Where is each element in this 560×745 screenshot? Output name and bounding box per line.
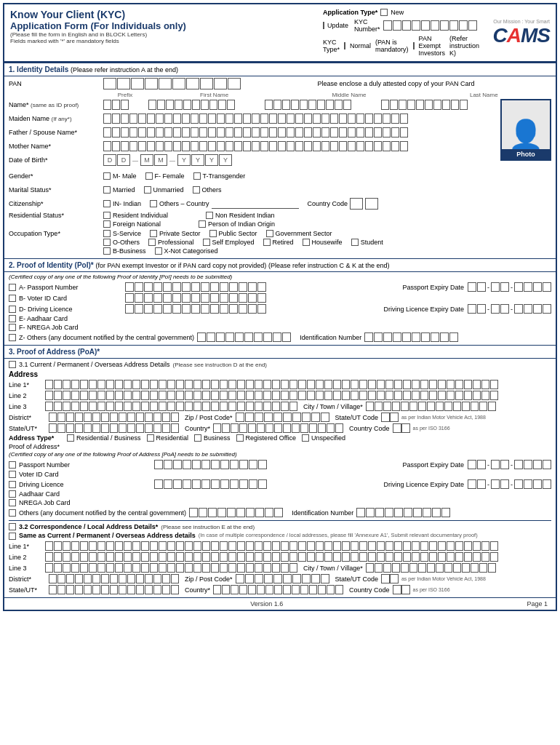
update-checkbox[interactable] (323, 22, 324, 29)
zip-label: Zip / Post Code* (185, 414, 233, 421)
business-checkbox[interactable] (194, 434, 201, 442)
self-employed-checkbox[interactable] (203, 239, 210, 246)
private-sector-checkbox[interactable] (150, 230, 157, 237)
subsection31-checkbox[interactable] (9, 361, 16, 368)
residential-checkbox[interactable] (147, 434, 154, 442)
z-others-checkbox[interactable] (9, 334, 16, 341)
poa-voter-checkbox[interactable] (9, 471, 16, 478)
foreign-national-checkbox[interactable] (103, 220, 111, 228)
corr-state-ut-code-box2[interactable] (390, 574, 399, 583)
pan-box-5[interactable] (159, 78, 172, 89)
kyc-box-6[interactable] (431, 20, 439, 31)
o-others-checkbox[interactable] (103, 239, 111, 246)
resident-individual-checkbox[interactable] (103, 212, 111, 219)
poa-passport-checkbox[interactable] (9, 461, 16, 469)
poa-driving-checkbox[interactable] (9, 481, 16, 488)
poa-others-checkbox[interactable] (9, 509, 16, 517)
b-business-checkbox[interactable] (103, 247, 111, 255)
non-resident-checkbox[interactable] (206, 212, 213, 219)
govt-sector-checkbox[interactable] (266, 230, 273, 237)
pan-box-10[interactable] (228, 78, 241, 89)
pan-box-1[interactable] (103, 78, 116, 89)
pan-box-3[interactable] (131, 78, 144, 89)
others-country-checkbox[interactable] (150, 200, 157, 207)
voter-id-checkbox[interactable] (9, 295, 16, 302)
kyc-box-3[interactable] (402, 20, 411, 31)
married-checkbox[interactable] (103, 186, 111, 194)
dob-y1[interactable]: Y (177, 154, 191, 166)
male-checkbox[interactable] (103, 172, 111, 180)
registered-office-checkbox[interactable] (236, 434, 244, 442)
subsection32-checkbox[interactable] (9, 523, 16, 530)
dob-m2[interactable]: M (154, 154, 167, 166)
others-marital-checkbox[interactable] (193, 186, 200, 194)
corr-state-ut-code-box1[interactable] (381, 574, 390, 583)
nrega-checkbox[interactable] (9, 324, 16, 331)
corr-line3-boxes (45, 563, 297, 573)
prefix-box-1[interactable] (103, 100, 111, 110)
pan-box-8[interactable] (200, 78, 213, 89)
x-not-cat-checkbox[interactable] (155, 247, 162, 255)
pan-exempt-checkbox[interactable] (413, 42, 415, 49)
in-indian-checkbox[interactable] (103, 200, 111, 207)
pan-box-9[interactable] (214, 78, 227, 89)
kyc-box-4[interactable] (412, 20, 420, 31)
prefix-box-3[interactable] (121, 100, 129, 110)
subsection31-row: 3.1 Current / Permanent / Overseas Addre… (9, 361, 551, 368)
country-code-box1[interactable] (350, 198, 363, 210)
pan-box-7[interactable] (186, 78, 199, 89)
person-indian-checkbox[interactable] (199, 220, 206, 228)
professional-checkbox[interactable] (148, 239, 156, 246)
public-sector-checkbox[interactable] (209, 230, 217, 237)
kyc-box-5[interactable] (421, 20, 430, 31)
driving-licence-checkbox[interactable] (9, 306, 16, 313)
normal-checkbox[interactable] (344, 42, 345, 49)
dob-y4[interactable]: Y (219, 154, 232, 166)
driving-expiry: Driving Licence Expiry Date - - (383, 304, 551, 314)
state-ut-code-box1[interactable] (381, 413, 390, 422)
female-checkbox[interactable] (145, 172, 153, 180)
student-checkbox[interactable] (351, 239, 359, 246)
kyc-box-8[interactable] (449, 20, 458, 31)
country-code-box2[interactable] (401, 423, 410, 433)
aadhaar-checkbox[interactable] (9, 315, 16, 322)
voter-id-label: B- Voter ID Card (19, 295, 67, 302)
pan-box-6[interactable] (172, 78, 185, 89)
state-ut-code-box2[interactable] (390, 413, 399, 422)
tagline: Our Mission : Your Smart (493, 19, 550, 24)
country-code-box1[interactable] (393, 423, 401, 433)
dob-y3[interactable]: Y (205, 154, 218, 166)
dob-m1[interactable]: M (140, 154, 153, 166)
poa-nrega-checkbox[interactable] (9, 499, 16, 506)
unspecified-checkbox[interactable] (302, 434, 309, 442)
passport-checkbox[interactable] (9, 284, 16, 291)
transgender-checkbox[interactable] (193, 172, 201, 180)
dob-d1[interactable]: D (103, 154, 116, 166)
footer-page: Page 1 (527, 600, 548, 607)
country-code-box2[interactable] (365, 198, 378, 210)
maiden-name-note: (If any*) (52, 116, 72, 122)
corr-zip-label: Zip / Post Code* (185, 575, 233, 583)
retired-checkbox[interactable] (263, 239, 271, 246)
unmarried-checkbox[interactable] (144, 186, 151, 194)
dob-d2[interactable]: D (117, 154, 130, 166)
prefix-box-2[interactable] (112, 100, 120, 110)
s-service-checkbox[interactable] (103, 230, 111, 237)
pan-box-2[interactable] (117, 78, 130, 89)
housewife-checkbox[interactable] (303, 239, 310, 246)
pan-box-4[interactable] (145, 78, 158, 89)
residential-business-checkbox[interactable] (67, 434, 74, 442)
dob-y2[interactable]: Y (191, 154, 204, 166)
same-as-checkbox[interactable] (9, 533, 16, 540)
kyc-box-7[interactable] (440, 20, 449, 31)
country-input[interactable] (212, 199, 299, 209)
in-indian-label: IN- Indian (113, 200, 141, 207)
corr-country-code-box1[interactable] (393, 585, 401, 594)
kyc-box-2[interactable] (393, 20, 401, 31)
poa-aadhaar-checkbox[interactable] (9, 490, 16, 498)
kyc-box-1[interactable] (383, 20, 392, 31)
new-checkbox[interactable] (380, 9, 388, 16)
corr-country-code-box2[interactable] (401, 585, 410, 594)
corr-iso-note: as per ISO 3166 (413, 587, 450, 592)
driving-licence-row: D- Driving Licence Driving Licence Expir… (9, 304, 551, 314)
